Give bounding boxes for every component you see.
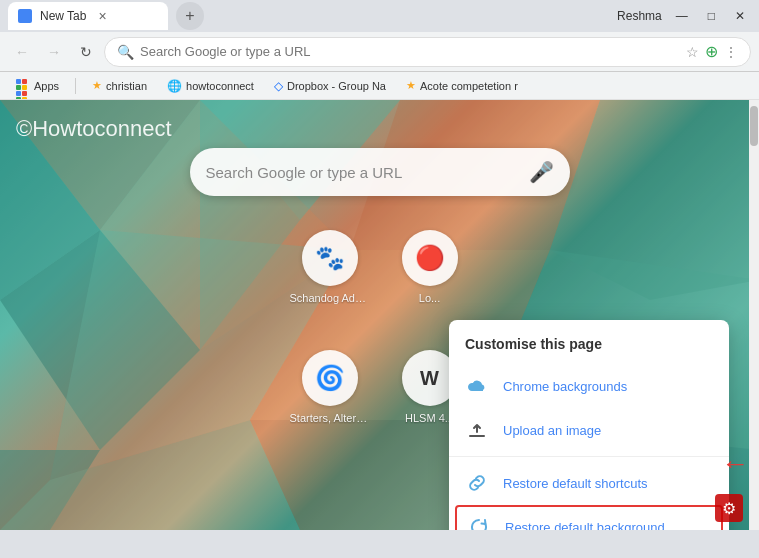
gear-icon: ⚙ [722,499,736,518]
reset-icon [467,515,491,530]
shortcuts-row-1: 🐾 Schandog Admi... 🔴 Lo... [290,230,470,304]
bookmark-christian[interactable]: ★ christian [84,77,155,94]
bookmark-apps-label: Apps [34,80,59,92]
minimize-button[interactable]: — [670,7,694,25]
shortcut-hlsm-label: HLSM 4... [405,412,454,424]
upload-image-label: Upload an image [503,423,601,438]
back-button[interactable]: ← [8,38,36,66]
panel-title: Customise this page [449,336,729,364]
red-arrow: ← [721,448,749,480]
browser-content: ©Howtoconnect Search Google or type a UR… [0,100,759,530]
bookmark-separator [75,78,76,94]
scrollbar-thumb[interactable] [750,106,758,146]
forward-button[interactable]: → [40,38,68,66]
active-tab[interactable]: New Tab × [8,2,168,30]
reload-button[interactable]: ↻ [72,38,100,66]
bookmark-acote-label: Acote competetion r [420,80,518,92]
restore-background-item[interactable]: Restore default background [455,505,723,530]
scrollbar[interactable] [749,100,759,530]
bookmark-star-icon: ★ [92,79,102,92]
upload-icon [465,418,489,442]
bookmark-christian-label: christian [106,80,147,92]
shortcut-starters-icon: 🌀 [302,350,358,406]
tab-label: New Tab [40,9,86,23]
shortcut-schandog-label: Schandog Admi... [290,292,370,304]
bookmark-star-icon[interactable]: ☆ [686,44,699,60]
user-name: Reshma [617,9,662,23]
restore-shortcuts-item[interactable]: Restore default shortcuts [449,461,729,505]
apps-icon [16,79,30,93]
navigation-bar: ← → ↻ 🔍 ☆ ⊕ ⋮ [0,32,759,72]
bookmark-howtoconnect[interactable]: 🌐 howtoconnect [159,77,262,95]
restore-background-label: Restore default background [505,520,665,531]
close-window-button[interactable]: ✕ [729,7,751,25]
bookmark-globe-icon: 🌐 [167,79,182,93]
shortcuts-row-2: 🌀 Starters, Altern... W HLSM 4... [290,350,470,424]
tab-favicon [18,9,32,23]
maximize-button[interactable]: □ [702,7,721,25]
bookmark-dropbox-label: Dropbox - Group Na [287,80,386,92]
bookmark-dropbox-icon: ◇ [274,79,283,93]
link-icon [465,471,489,495]
shortcut-starters-label: Starters, Altern... [290,412,370,424]
chrome-backgrounds-item[interactable]: Chrome backgrounds [449,364,729,408]
chrome-backgrounds-label: Chrome backgrounds [503,379,627,394]
shortcut-schandog[interactable]: 🐾 Schandog Admi... [290,230,370,304]
search-container: Search Google or type a URL 🎤 [190,148,570,196]
search-bar[interactable]: Search Google or type a URL 🎤 [190,148,570,196]
new-tab-button[interactable]: + [176,2,204,30]
account-icon[interactable]: ⊕ [705,42,718,61]
shortcut-lo-label: Lo... [419,292,440,304]
restore-shortcuts-label: Restore default shortcuts [503,476,648,491]
shortcut-lo-icon: 🔴 [402,230,458,286]
bookmark-acote-icon: ★ [406,79,416,92]
bookmark-howtoconnect-label: howtoconnect [186,80,254,92]
bookmark-apps[interactable]: Apps [8,77,67,95]
bookmarks-bar: Apps ★ christian 🌐 howtoconnect ◇ Dropbo… [0,72,759,100]
title-bar: New Tab × + Reshma — □ ✕ [0,0,759,32]
address-input[interactable] [140,44,680,59]
shortcut-lo[interactable]: 🔴 Lo... [390,230,470,304]
menu-icon[interactable]: ⋮ [724,44,738,60]
cloud-icon [465,374,489,398]
customise-panel: Customise this page Chrome backgrounds U… [449,320,729,530]
shortcut-schandog-icon: 🐾 [302,230,358,286]
search-placeholder: Search Google or type a URL [206,164,521,181]
search-icon: 🔍 [117,44,134,60]
shortcut-starters[interactable]: 🌀 Starters, Altern... [290,350,370,424]
title-bar-controls: Reshma — □ ✕ [617,7,751,25]
bookmark-acote[interactable]: ★ Acote competetion r [398,77,526,94]
gear-button[interactable]: ⚙ [715,494,743,522]
svg-rect-16 [469,435,485,437]
microphone-icon[interactable]: 🎤 [529,160,554,184]
tab-close-button[interactable]: × [98,8,106,24]
panel-divider [449,456,729,457]
upload-image-item[interactable]: Upload an image [449,408,729,452]
tab-strip: New Tab × + [8,2,204,30]
address-bar[interactable]: 🔍 ☆ ⊕ ⋮ [104,37,751,67]
bookmark-dropbox[interactable]: ◇ Dropbox - Group Na [266,77,394,95]
